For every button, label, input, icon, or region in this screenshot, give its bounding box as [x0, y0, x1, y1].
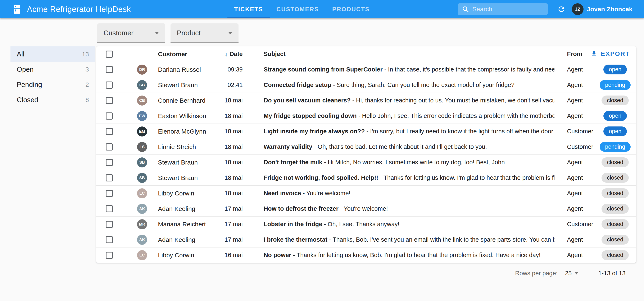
- table-row[interactable]: CB Connie Bernhard 18 mai Do you sell va…: [96, 93, 636, 108]
- sidebar-item-closed[interactable]: Closed 8: [10, 92, 95, 107]
- subject-title: Lobster in the fridge: [264, 221, 322, 227]
- table-row[interactable]: AK Adan Keeling 17 mai How to defrost th…: [96, 201, 636, 216]
- user-name: Jovan Zboncak: [587, 6, 632, 13]
- row-checkbox[interactable]: [106, 81, 113, 89]
- row-checkbox[interactable]: [106, 221, 113, 228]
- row-checkbox[interactable]: [106, 97, 113, 104]
- subject-title: My fridge stopped cooling down: [264, 112, 357, 119]
- select-all-checkbox[interactable]: [106, 51, 113, 58]
- main-nav: TICKETS CUSTOMERS PRODUCTS: [228, 0, 376, 18]
- customer-avatar: EM: [137, 126, 147, 136]
- ticket-date: 17 mai: [222, 236, 243, 243]
- subject-title: No power: [264, 252, 291, 258]
- export-label: EXPORT: [601, 50, 630, 57]
- product-filter-select[interactable]: Product: [170, 23, 238, 43]
- row-checkbox[interactable]: [106, 128, 113, 135]
- ticket-from: Agent: [554, 236, 594, 243]
- ticket-date: 16 mai: [222, 252, 243, 259]
- row-checkbox[interactable]: [106, 190, 113, 197]
- row-checkbox[interactable]: [106, 252, 113, 259]
- ticket-date: 18 mai: [222, 112, 243, 119]
- row-checkbox[interactable]: [106, 174, 113, 181]
- sidebar-item-count: 3: [85, 66, 89, 73]
- status-badge: open: [604, 111, 627, 121]
- row-checkbox[interactable]: [106, 159, 113, 166]
- customer-avatar: LC: [137, 250, 147, 260]
- ticket-subject: I broke the thermostat- Thanks, Bob. I'v…: [264, 236, 554, 243]
- subject-title: I broke the thermostat: [264, 236, 328, 243]
- sidebar-item-label: All: [17, 50, 24, 58]
- tab-products[interactable]: PRODUCTS: [326, 0, 376, 18]
- table-row[interactable]: LC Libby Corwin 18 mai Need invoice- You…: [96, 185, 636, 201]
- row-checkbox[interactable]: [106, 236, 113, 243]
- customer-name: Libby Corwin: [158, 252, 222, 259]
- row-checkbox[interactable]: [106, 205, 113, 212]
- subject-title: Don't forget the milk: [264, 159, 322, 166]
- column-header-date[interactable]: ↓ Date: [222, 51, 243, 58]
- table-row[interactable]: SB Stewart Braun 18 mai Fridge not worki…: [96, 170, 636, 185]
- table-row[interactable]: DR Dariana Russel 09:39 Strange sound co…: [96, 62, 636, 77]
- search-icon: [462, 6, 469, 13]
- sidebar-item-open[interactable]: Open 3: [10, 62, 95, 77]
- ticket-date: 18 mai: [222, 143, 243, 150]
- ticket-date: 17 mai: [222, 221, 243, 228]
- row-checkbox[interactable]: [106, 143, 113, 150]
- rows-per-page-select[interactable]: 25: [565, 270, 578, 277]
- row-checkbox[interactable]: [106, 112, 113, 120]
- tab-tickets[interactable]: TICKETS: [228, 0, 270, 18]
- sidebar-item-label: Closed: [17, 96, 38, 104]
- ticket-date: 17 mai: [222, 205, 243, 212]
- customer-name: Mariana Reichert: [158, 221, 222, 228]
- table-row[interactable]: MR Mariana Reichert 17 mai Lobster in th…: [96, 216, 636, 232]
- sidebar-item-all[interactable]: All 13: [10, 46, 95, 62]
- ticket-subject: No power- Thanks for letting us know, Bo…: [264, 252, 554, 259]
- column-header-from[interactable]: From: [554, 51, 594, 57]
- subject-preview: - You're welcome!: [303, 190, 350, 197]
- app-header: Acme Refrigerator HelpDesk TICKETS CUSTO…: [0, 0, 644, 18]
- status-sidebar: All 13 Open 3 Pending 2 Closed 8: [10, 46, 95, 107]
- row-checkbox[interactable]: [106, 66, 113, 73]
- table-row[interactable]: EW Easton Wilkinson 18 mai My fridge sto…: [96, 108, 636, 124]
- table-row[interactable]: LS Linnie Streich 18 mai Warranty validi…: [96, 139, 636, 154]
- column-header-subject[interactable]: Subject: [264, 51, 554, 57]
- ticket-date: 18 mai: [222, 174, 243, 181]
- table-row[interactable]: AK Adan Keeling 17 mai I broke the therm…: [96, 232, 636, 247]
- rows-per-page-label: Rows per page:: [515, 270, 558, 277]
- customer-avatar: LC: [137, 188, 147, 198]
- subject-preview: - Thanks for letting us know. I'm glad t…: [380, 174, 554, 181]
- ticket-date: 02:41: [222, 81, 243, 88]
- customer-name: Dariana Russel: [158, 66, 222, 73]
- ticket-from: Customer: [554, 143, 594, 150]
- column-header-customer[interactable]: Customer: [158, 51, 222, 58]
- refresh-button[interactable]: [557, 5, 566, 13]
- ticket-subject: Lobster in the fridge- Oh, I see. Thanks…: [264, 221, 554, 228]
- fridge-icon: [12, 4, 22, 15]
- table-row[interactable]: LC Libby Corwin 16 mai No power- Thanks …: [96, 247, 636, 263]
- export-button[interactable]: EXPORT: [590, 50, 630, 57]
- active-tab-indicator: [228, 17, 270, 18]
- customer-filter-select[interactable]: Customer: [97, 23, 165, 43]
- ticket-from: Agent: [554, 174, 594, 181]
- sidebar-item-pending[interactable]: Pending 2: [10, 77, 95, 92]
- table-row[interactable]: SB Stewart Braun 18 mai Don't forget the…: [96, 154, 636, 170]
- customer-name: Easton Wilkinson: [158, 112, 222, 120]
- sidebar-item-count: 8: [85, 96, 89, 103]
- ticket-from: Agent: [554, 97, 594, 104]
- search-input[interactable]: [472, 6, 544, 13]
- tab-customers[interactable]: CUSTOMERS: [270, 0, 326, 18]
- content-row: All 13 Open 3 Pending 2 Closed 8 Custome…: [0, 46, 644, 263]
- status-badge: closed: [602, 157, 629, 167]
- search-box[interactable]: [458, 3, 548, 15]
- ticket-subject: Light inside my fridge always on??- I'm …: [264, 128, 554, 135]
- table-row[interactable]: EM Elenora McGlynn 18 mai Light inside m…: [96, 124, 636, 139]
- ticket-subject: Do you sell vacuum cleaners?- Hi, thanks…: [264, 97, 554, 104]
- customer-avatar: SB: [137, 173, 147, 183]
- table-row[interactable]: SB Stewart Braun 02:41 Connected fridge …: [96, 77, 636, 93]
- subject-title: Light inside my fridge always on??: [264, 128, 365, 135]
- user-avatar[interactable]: JZ: [572, 3, 584, 15]
- customer-avatar: SB: [137, 157, 147, 167]
- status-badge: closed: [602, 219, 629, 229]
- ticket-from: Agent: [554, 252, 594, 259]
- subject-preview: - Hello John, I see. This error code ind…: [358, 112, 554, 119]
- subject-title: How to defrost the freezer: [264, 205, 338, 212]
